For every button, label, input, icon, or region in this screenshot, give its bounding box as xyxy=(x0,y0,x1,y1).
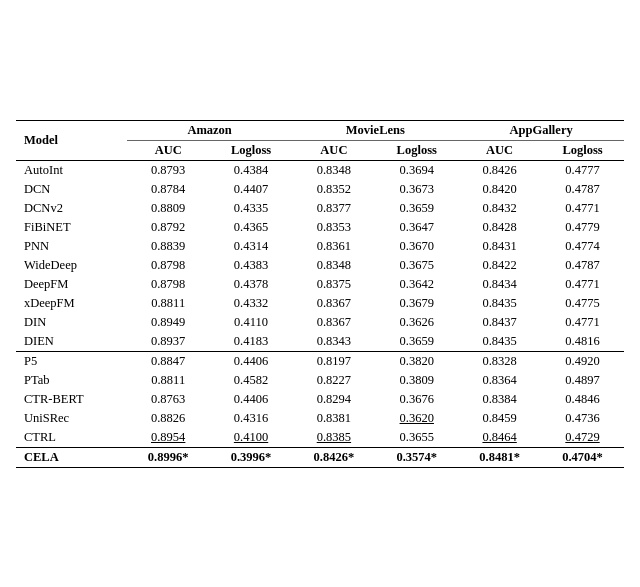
appgallery-group-header: AppGallery xyxy=(458,120,624,140)
amazon-auc: 0.8763 xyxy=(127,390,210,409)
movielens-logloss: 0.3809 xyxy=(375,371,458,390)
amazon-auc: 0.8954 xyxy=(127,428,210,448)
cela-model-name: CELA xyxy=(16,447,127,467)
movielens-logloss: 0.3820 xyxy=(375,351,458,371)
movielens-logloss: 0.3670 xyxy=(375,237,458,256)
movielens-logloss: 0.3655 xyxy=(375,428,458,448)
amazon-logloss: 0.4335 xyxy=(210,199,293,218)
appgallery-auc: 0.8437 xyxy=(458,313,541,332)
movielens-auc: 0.8367 xyxy=(292,313,375,332)
appgallery-logloss: 0.4779 xyxy=(541,218,624,237)
movielens-logloss: 0.3659 xyxy=(375,332,458,352)
amazon-auc: 0.8826 xyxy=(127,409,210,428)
movielens-logloss: 0.3620 xyxy=(375,409,458,428)
model-name: UniSRec xyxy=(16,409,127,428)
cela-row: CELA 0.8996* 0.3996* 0.8426* 0.3574* 0.8… xyxy=(16,447,624,467)
appgallery-auc: 0.8431 xyxy=(458,237,541,256)
appgallery-auc: 0.8364 xyxy=(458,371,541,390)
table-row: PNN 0.8839 0.4314 0.8361 0.3670 0.8431 0… xyxy=(16,237,624,256)
appgallery-logloss: 0.4771 xyxy=(541,275,624,294)
movielens-auc: 0.8348 xyxy=(292,256,375,275)
table-row: DCN 0.8784 0.4407 0.8352 0.3673 0.8420 0… xyxy=(16,180,624,199)
model-name: DCNv2 xyxy=(16,199,127,218)
appgallery-auc: 0.8434 xyxy=(458,275,541,294)
model-name: AutoInt xyxy=(16,160,127,180)
model-name: DCN xyxy=(16,180,127,199)
table-row: UniSRec 0.8826 0.4316 0.8381 0.3620 0.84… xyxy=(16,409,624,428)
table-row: CTRL 0.8954 0.4100 0.8385 0.3655 0.8464 … xyxy=(16,428,624,448)
movielens-auc: 0.8367 xyxy=(292,294,375,313)
model-name: PTab xyxy=(16,371,127,390)
appgallery-auc: 0.8464 xyxy=(458,428,541,448)
cela-appgallery-logloss: 0.4704* xyxy=(541,447,624,467)
movielens-auc: 0.8381 xyxy=(292,409,375,428)
appgallery-auc: 0.8428 xyxy=(458,218,541,237)
amazon-logloss: 0.4407 xyxy=(210,180,293,199)
movielens-auc: 0.8348 xyxy=(292,160,375,180)
cela-movielens-auc: 0.8426* xyxy=(292,447,375,467)
model-name: DIEN xyxy=(16,332,127,352)
amazon-logloss: 0.4384 xyxy=(210,160,293,180)
model-name: P5 xyxy=(16,351,127,371)
movielens-auc: 0.8352 xyxy=(292,180,375,199)
appgallery-auc: 0.8384 xyxy=(458,390,541,409)
table-row: DeepFM 0.8798 0.4378 0.8375 0.3642 0.843… xyxy=(16,275,624,294)
table-row: DIEN 0.8937 0.4183 0.8343 0.3659 0.8435 … xyxy=(16,332,624,352)
movielens-logloss: 0.3673 xyxy=(375,180,458,199)
movielens-logloss: 0.3694 xyxy=(375,160,458,180)
cela-amazon-logloss: 0.3996* xyxy=(210,447,293,467)
amazon-auc: 0.8809 xyxy=(127,199,210,218)
movielens-group-header: MovieLens xyxy=(292,120,458,140)
table-row: DCNv2 0.8809 0.4335 0.8377 0.3659 0.8432… xyxy=(16,199,624,218)
table-row: P5 0.8847 0.4406 0.8197 0.3820 0.8328 0.… xyxy=(16,351,624,371)
appgallery-auc: 0.8459 xyxy=(458,409,541,428)
table-row: CTR-BERT 0.8763 0.4406 0.8294 0.3676 0.8… xyxy=(16,390,624,409)
appgallery-auc: 0.8432 xyxy=(458,199,541,218)
cela-movielens-logloss: 0.3574* xyxy=(375,447,458,467)
model-name: WideDeep xyxy=(16,256,127,275)
appgallery-auc: 0.8422 xyxy=(458,256,541,275)
appgallery-logloss: 0.4897 xyxy=(541,371,624,390)
table-body: AutoInt 0.8793 0.4384 0.8348 0.3694 0.84… xyxy=(16,160,624,467)
amazon-logloss: 0.4100 xyxy=(210,428,293,448)
amazon-logloss: 0.4183 xyxy=(210,332,293,352)
movielens-auc: 0.8377 xyxy=(292,199,375,218)
model-col-header: Model xyxy=(16,120,127,160)
movielens-logloss-header: Logloss xyxy=(375,140,458,160)
appgallery-auc-header: AUC xyxy=(458,140,541,160)
movielens-auc: 0.8385 xyxy=(292,428,375,448)
movielens-logloss: 0.3626 xyxy=(375,313,458,332)
movielens-auc: 0.8343 xyxy=(292,332,375,352)
movielens-logloss: 0.3679 xyxy=(375,294,458,313)
movielens-auc: 0.8375 xyxy=(292,275,375,294)
amazon-logloss: 0.4332 xyxy=(210,294,293,313)
movielens-auc: 0.8197 xyxy=(292,351,375,371)
table-row: DIN 0.8949 0.4110 0.8367 0.3626 0.8437 0… xyxy=(16,313,624,332)
appgallery-logloss: 0.4846 xyxy=(541,390,624,409)
amazon-auc-header: AUC xyxy=(127,140,210,160)
model-name: xDeepFM xyxy=(16,294,127,313)
amazon-logloss-header: Logloss xyxy=(210,140,293,160)
amazon-logloss: 0.4314 xyxy=(210,237,293,256)
model-name: CTRL xyxy=(16,428,127,448)
appgallery-auc: 0.8435 xyxy=(458,294,541,313)
table-row: xDeepFM 0.8811 0.4332 0.8367 0.3679 0.84… xyxy=(16,294,624,313)
cela-appgallery-auc: 0.8481* xyxy=(458,447,541,467)
appgallery-logloss: 0.4736 xyxy=(541,409,624,428)
model-name: CTR-BERT xyxy=(16,390,127,409)
amazon-logloss: 0.4378 xyxy=(210,275,293,294)
appgallery-auc: 0.8426 xyxy=(458,160,541,180)
amazon-logloss: 0.4582 xyxy=(210,371,293,390)
appgallery-logloss: 0.4816 xyxy=(541,332,624,352)
model-name: PNN xyxy=(16,237,127,256)
amazon-auc: 0.8811 xyxy=(127,371,210,390)
movielens-logloss: 0.3659 xyxy=(375,199,458,218)
amazon-logloss: 0.4406 xyxy=(210,390,293,409)
appgallery-logloss: 0.4787 xyxy=(541,256,624,275)
amazon-auc: 0.8949 xyxy=(127,313,210,332)
amazon-auc: 0.8937 xyxy=(127,332,210,352)
amazon-auc: 0.8847 xyxy=(127,351,210,371)
table-row: AutoInt 0.8793 0.4384 0.8348 0.3694 0.84… xyxy=(16,160,624,180)
amazon-auc: 0.8798 xyxy=(127,275,210,294)
movielens-logloss: 0.3642 xyxy=(375,275,458,294)
